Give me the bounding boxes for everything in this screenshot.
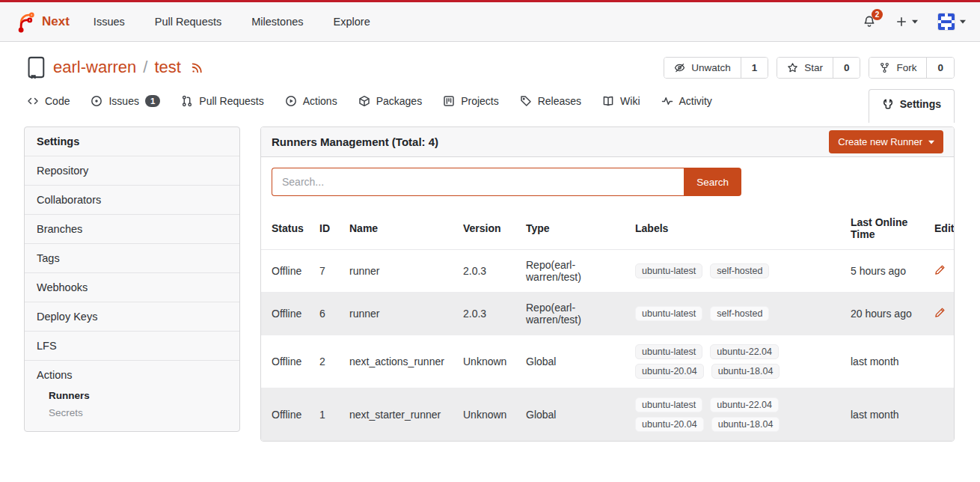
- tab-releases[interactable]: Releases: [512, 86, 589, 116]
- runner-label-tag: ubuntu-20.04: [635, 364, 704, 379]
- unwatch-label: Unwatch: [691, 62, 731, 73]
- pull-request-icon: [181, 95, 193, 107]
- repo-action-unwatch: Unwatch1: [664, 57, 768, 79]
- column-header-version: Version: [459, 207, 521, 250]
- sidebar-subitem-runners[interactable]: Runners: [25, 387, 239, 404]
- repo-tabs: CodeIssues1Pull RequestsActionsPackagesP…: [19, 86, 720, 116]
- runner-id: 6: [315, 293, 345, 335]
- tab-label: Actions: [303, 95, 337, 107]
- star-count[interactable]: 0: [833, 58, 860, 78]
- runner-labels: ubuntu-latestself-hosted: [635, 306, 796, 321]
- runner-label-tag: ubuntu-18.04: [711, 364, 780, 379]
- search-form: Search: [272, 168, 741, 196]
- runner-labels: ubuntu-latestubuntu-22.04ubuntu-20.04ubu…: [635, 397, 796, 432]
- tab-label: Issues: [108, 95, 138, 107]
- code-icon: [27, 95, 39, 107]
- nav-link-pull-requests[interactable]: Pull Requests: [155, 16, 221, 28]
- tab-pull-requests[interactable]: Pull Requests: [174, 86, 271, 116]
- sidebar-item-webhooks[interactable]: Webhooks: [25, 272, 239, 302]
- create-new-menu-button[interactable]: [895, 16, 918, 28]
- search-input[interactable]: [272, 168, 684, 196]
- unwatch-button[interactable]: Unwatch: [664, 58, 741, 78]
- table-row: Offline2next_actions_runnerUnknownGlobal…: [261, 335, 955, 388]
- runner-label-tag: self-hosted: [710, 306, 769, 321]
- runner-name: next_actions_runner: [345, 335, 459, 388]
- fork-count[interactable]: 0: [926, 58, 954, 78]
- runner-last-online: last month: [846, 335, 930, 388]
- book-icon: [602, 95, 614, 107]
- repo-name-link[interactable]: test: [154, 58, 180, 77]
- repo-action-star: Star0: [777, 57, 860, 79]
- sidebar-item-branches[interactable]: Branches: [25, 214, 239, 243]
- sidebar-subitem-secrets[interactable]: Secrets: [25, 404, 239, 421]
- tab-projects[interactable]: Projects: [435, 86, 506, 116]
- fork-label: Fork: [896, 62, 916, 73]
- repo-actions: Unwatch1Star0Fork0: [664, 57, 955, 79]
- sidebar-actions-children: RunnersSecrets: [25, 387, 239, 421]
- edit-runner-button[interactable]: [934, 307, 946, 318]
- runner-id: 1: [315, 388, 345, 442]
- tab-issues[interactable]: Issues1: [83, 86, 168, 116]
- tab-activity[interactable]: Activity: [654, 86, 720, 116]
- sidebar-item-deploy-keys[interactable]: Deploy Keys: [25, 302, 239, 331]
- sidebar-item-collaborators[interactable]: Collaborators: [25, 185, 239, 214]
- tab-label: Wiki: [620, 95, 640, 107]
- create-new-runner-button[interactable]: Create new Runner: [829, 130, 943, 153]
- runner-labels-cell: ubuntu-latestself-hosted: [631, 250, 846, 293]
- rss-feed-icon[interactable]: [191, 61, 203, 74]
- tag-icon: [520, 95, 532, 107]
- runner-version: Unknown: [459, 388, 521, 442]
- search-button[interactable]: Search: [684, 168, 741, 196]
- user-menu-button[interactable]: [937, 13, 966, 31]
- table-row: Offline1next_starter_runnerUnknownGlobal…: [261, 388, 955, 442]
- runner-label-tag: self-hosted: [710, 263, 769, 278]
- column-header-type: Type: [521, 207, 631, 250]
- tab-label: Settings: [900, 98, 941, 110]
- runner-status: Offline: [261, 388, 315, 442]
- repo-separator: /: [143, 58, 147, 77]
- runner-edit-cell: [930, 250, 955, 293]
- notifications-button[interactable]: 2: [863, 15, 876, 28]
- content: Settings RepositoryCollaboratorsBranches…: [0, 116, 980, 442]
- fork-button[interactable]: Fork: [869, 58, 926, 78]
- edit-runner-button[interactable]: [934, 264, 946, 275]
- runner-version: Unknown: [459, 335, 521, 388]
- nav-link-explore[interactable]: Explore: [334, 16, 370, 28]
- tab-label: Code: [45, 95, 70, 107]
- tab-packages[interactable]: Packages: [351, 86, 429, 116]
- repo-owner-link[interactable]: earl-warren: [53, 58, 136, 77]
- tab-label: Packages: [376, 95, 422, 107]
- nav-link-milestones[interactable]: Milestones: [251, 16, 303, 28]
- panel-title: Runners Management (Total: 4): [272, 135, 438, 148]
- runner-label-tag: ubuntu-22.04: [710, 397, 779, 412]
- runner-last-online: 5 hours ago: [846, 250, 930, 293]
- tools-icon: [882, 98, 894, 110]
- nav-link-issues[interactable]: Issues: [94, 16, 125, 28]
- runner-label-tag: ubuntu-latest: [635, 397, 702, 412]
- nav-links: IssuesPull RequestsMilestonesExplore: [94, 16, 370, 28]
- brand-home-link[interactable]: Next: [14, 10, 70, 33]
- fork-icon: [879, 62, 890, 73]
- tab-settings[interactable]: Settings: [869, 89, 955, 123]
- tab-code[interactable]: Code: [19, 86, 77, 116]
- tab-label: Releases: [538, 95, 581, 107]
- tab-wiki[interactable]: Wiki: [595, 86, 647, 116]
- pulse-icon: [661, 95, 673, 107]
- chevron-down-icon: [960, 19, 966, 24]
- sidebar-item-lfs[interactable]: LFS: [25, 331, 239, 360]
- navbar-right: 2: [863, 13, 966, 31]
- column-header-last-online-time: Last Online Time: [846, 207, 930, 250]
- unwatch-count[interactable]: 1: [741, 58, 768, 78]
- tab-label: Projects: [461, 95, 499, 107]
- sidebar-items: RepositoryCollaboratorsBranchesTagsWebho…: [25, 156, 239, 360]
- sidebar-item-tags[interactable]: Tags: [25, 243, 239, 272]
- sidebar-item-actions[interactable]: Actions: [25, 369, 239, 387]
- tab-label: Pull Requests: [199, 95, 263, 107]
- runners-table: StatusIDNameVersionTypeLabelsLast Online…: [261, 207, 955, 441]
- table-row: Offline6runner2.0.3Repo(earl-warren/test…: [261, 293, 955, 335]
- tab-actions[interactable]: Actions: [278, 86, 345, 116]
- column-header-edit: Edit: [930, 207, 955, 250]
- star-button[interactable]: Star: [777, 58, 833, 78]
- runner-labels: ubuntu-latestubuntu-22.04ubuntu-20.04ubu…: [635, 344, 796, 379]
- sidebar-item-repository[interactable]: Repository: [25, 156, 239, 185]
